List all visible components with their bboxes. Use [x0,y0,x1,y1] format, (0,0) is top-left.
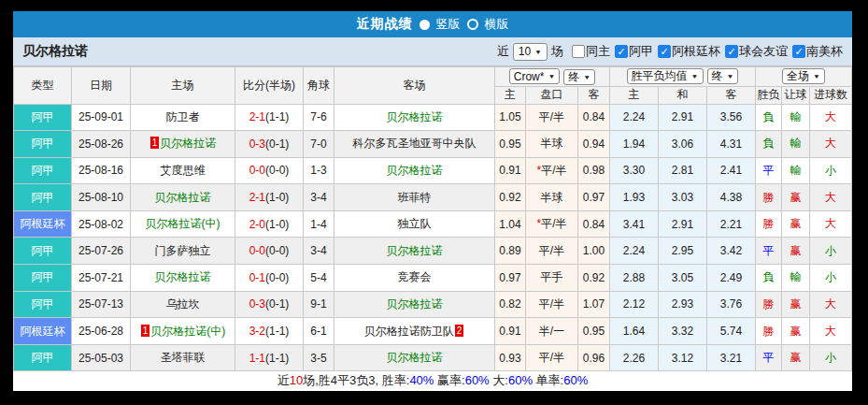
team-link[interactable]: 贝尔格拉诺 [155,270,211,283]
team-link[interactable]: 贝尔格拉诺(中) [150,325,225,338]
team-link[interactable]: 贝尔格拉诺防卫队 [364,325,454,338]
league-cell: 阿甲 [14,104,72,131]
summary-handicap-rate: 60% [465,373,490,387]
home-odds-cell: 1.04 [495,210,526,238]
checkbox-label[interactable]: 阿甲 [629,43,653,60]
team-link[interactable]: 科尔多瓦圣地亚哥中央队 [353,137,477,150]
away-team-cell: 贝尔格拉诺 [334,291,495,318]
team-link[interactable]: 贝尔格拉诺 [387,164,443,177]
avg-home-cell: 2.24 [610,238,659,265]
table-row: 阿甲25-08-16艾度思维0-0(0-0)1-3贝尔格拉诺0.91*平/半0.… [14,157,852,184]
bookmaker-select[interactable]: Crow* ▼ [509,68,561,84]
home-team-cell: 艾度思维 [131,157,235,184]
odds-time-select[interactable]: 终 ▼ [563,69,595,85]
date-cell: 25-07-13 [72,291,131,318]
team-link[interactable]: 贝尔格拉诺 [387,351,443,364]
avg-away-cell: 3.56 [707,104,756,131]
table-row: 阿甲25-09-01防卫者2-1(1-1)7-6贝尔格拉诺1.05平/半0.84… [14,104,852,131]
home-odds-cell: 0.97 [495,265,526,292]
handicap-result-cell: 赢 [782,318,810,345]
fulltime-score: 0-0 [249,164,265,177]
summary-label-2: 赢率: [434,373,464,387]
avg-odds-select[interactable]: 胜平负均值 ▼ [627,68,704,84]
team-link[interactable]: 防卫者 [166,110,200,123]
summary-line: 近10场,胜4平3负3, 胜率:40% 赢率:60% 大:60% 单率:60% [13,371,852,391]
goals-result-cell: 小 [810,344,852,371]
score-cell: 2-0(1-0) [235,210,304,238]
table-row: 阿甲25-08-261贝尔格拉诺0-3(0-1)7-0科尔多瓦圣地亚哥中央队0.… [14,131,852,158]
handicap-cell: 半/一 [526,318,578,345]
checked-checkbox-icon[interactable]: ✓ [658,45,671,58]
filters: 近 10 ▼ 场 ✓同主✓阿甲✓阿根廷杯✓球会友谊✓南美杯 [493,43,843,61]
date-cell: 25-06-28 [72,318,131,345]
team-link[interactable]: 圣塔菲联 [161,351,206,364]
checkbox-label[interactable]: 同主 [586,43,610,60]
league-filter-checkbox[interactable]: ✓同主 [572,43,610,60]
halftime-score: (0-1) [265,297,289,311]
handicap-result-cell: 赢 [782,344,810,371]
checked-checkbox-icon[interactable]: ✓ [792,45,805,58]
near-label: 近 [497,43,509,60]
away-odds-cell: 0.96 [578,344,610,371]
league-filter-checkbox[interactable]: ✓阿根廷杯 [658,43,720,60]
league-filter-checkbox[interactable]: ✓阿甲 [615,43,653,60]
fulltime-score: 0-1 [249,271,265,284]
checkbox-label[interactable]: 阿根廷杯 [672,43,720,60]
team-link[interactable]: 贝尔格拉诺 [160,137,216,150]
goals-result-cell: 大 [810,131,852,158]
avg-time-select[interactable]: 终 ▼ [707,68,739,84]
table-row: 阿甲25-07-26门多萨独立0-0(0-0)3-4贝尔格拉诺0.89平/半1.… [14,238,852,265]
avg-home-cell: 3.41 [610,210,659,238]
home-team-cell: 贝尔格拉诺(中) [131,210,235,238]
avg-away-cell: 2.21 [707,210,756,238]
team-link[interactable]: 贝尔格拉诺 [155,191,211,204]
horizontal-layout-radio[interactable] [467,19,478,30]
team-link[interactable]: 乌拉坎 [166,297,200,311]
panel-title: 近期战绩 [357,16,413,33]
team-link[interactable]: 贝尔格拉诺 [387,110,443,123]
live-handicap-star: * [536,217,541,230]
handicap-result-cell: 赢 [782,184,810,211]
vertical-layout-radio[interactable] [420,20,430,30]
horizontal-layout-label[interactable]: 横版 [485,16,509,33]
away-odds-cell: 0.94 [578,131,610,158]
summary-record: 场,胜4平3负3, 胜率: [303,373,409,387]
team-link[interactable]: 门多萨独立 [155,244,211,257]
team-link[interactable]: 竞赛会 [398,270,432,283]
vertical-layout-label[interactable]: 竖版 [436,16,461,33]
team-link[interactable]: 贝尔格拉诺 [387,297,443,311]
corner-cell: 7-6 [304,104,334,131]
checkbox-label[interactable]: 球会友谊 [739,43,788,60]
full-match-select[interactable]: 全场 ▼ [782,68,825,84]
team-link[interactable]: 独立队 [398,217,432,230]
league-filter-checkbox[interactable]: ✓南美杯 [792,43,843,60]
wdl-result-cell: 負 [756,265,782,292]
handicap-result-cell: 赢 [782,291,810,318]
team-link[interactable]: 贝尔格拉诺(中) [146,217,221,230]
goals-result-cell: 小 [810,157,852,184]
checked-checkbox-icon[interactable]: ✓ [725,45,738,58]
goals-result-cell: 小 [810,238,852,265]
team-link[interactable]: 班菲特 [398,191,432,204]
handicap-result-cell: 輸 [782,265,810,292]
avg-draw-cell: 3.06 [659,131,707,158]
home-odds-cell: 0.93 [495,344,526,371]
summary-count: 10 [290,373,303,387]
fulltime-score: 0-3 [249,137,265,151]
date-cell: 25-08-02 [72,210,131,238]
score-cell: 0-3(0-1) [235,131,304,158]
unchecked-checkbox-icon[interactable]: ✓ [572,45,585,58]
team-link[interactable]: 贝尔格拉诺 [387,244,443,257]
league-filter-checkbox[interactable]: ✓球会友谊 [725,43,788,60]
handicap-result-cell: 輸 [782,157,810,184]
score-cell: 3-2(1-1) [235,318,304,345]
team-link[interactable]: 艾度思维 [161,164,206,177]
handicap-cell: 平/半 [526,104,578,131]
avg-draw-cell: 2.81 [659,157,707,184]
handicap-cell: 半球 [526,184,578,211]
checkbox-label[interactable]: 南美杯 [806,43,843,60]
corner-cell: 3-4 [304,238,334,265]
corner-cell: 6-1 [304,318,334,345]
match-count-select[interactable]: 10 ▼ [513,43,548,61]
checked-checkbox-icon[interactable]: ✓ [615,45,628,58]
